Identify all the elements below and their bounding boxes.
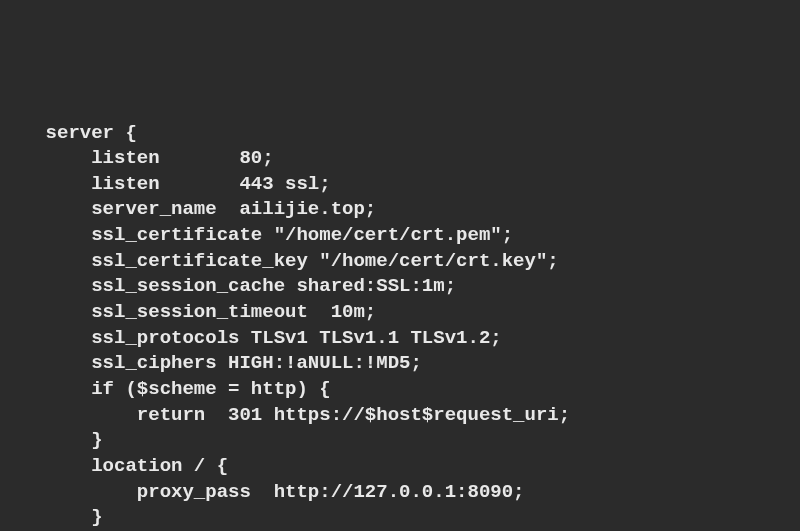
nginx-config-code: server { listen 80; listen 443 ssl; serv…: [0, 121, 800, 531]
code-line: ssl_certificate "/home/cert/crt.pem";: [0, 223, 800, 249]
code-line: if ($scheme = http) {: [0, 377, 800, 403]
code-line: ssl_session_cache shared:SSL:1m;: [0, 274, 800, 300]
code-line: server_name ailijie.top;: [0, 197, 800, 223]
code-line: proxy_pass http://127.0.0.1:8090;: [0, 480, 800, 506]
code-line: ssl_ciphers HIGH:!aNULL:!MD5;: [0, 351, 800, 377]
code-line: return 301 https://$host$request_uri;: [0, 403, 800, 429]
code-line: location / {: [0, 454, 800, 480]
code-line: listen 80;: [0, 146, 800, 172]
code-line: ssl_session_timeout 10m;: [0, 300, 800, 326]
code-line: ssl_certificate_key "/home/cert/crt.key"…: [0, 249, 800, 275]
code-line: }: [0, 428, 800, 454]
code-line: server {: [0, 121, 800, 147]
code-line: listen 443 ssl;: [0, 172, 800, 198]
code-line: ssl_protocols TLSv1 TLSv1.1 TLSv1.2;: [0, 326, 800, 352]
code-line: }: [0, 505, 800, 531]
